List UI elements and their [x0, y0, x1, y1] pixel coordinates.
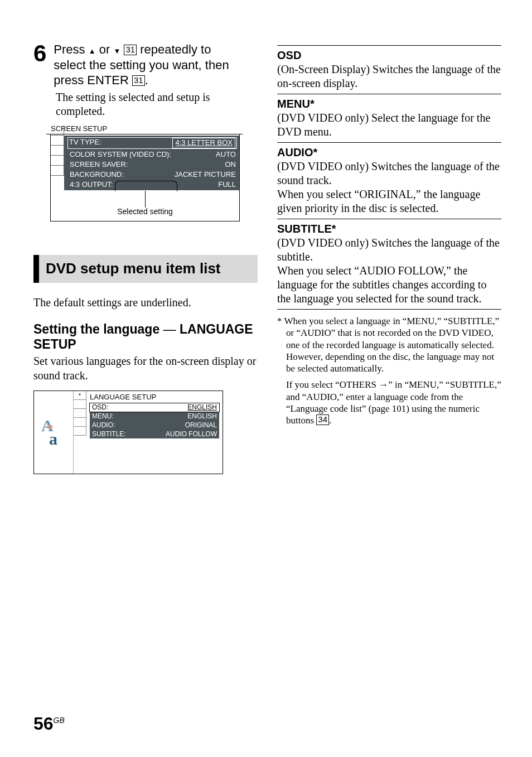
panel2-row: MENU:ENGLISH [90, 412, 219, 421]
desc-menu: (DVD VIDEO only) Select the language for… [277, 111, 501, 139]
panel-row: COLOR SYSTEM (VIDEO CD):AUTO [69, 150, 236, 160]
desc-subtitle: (DVD VIDEO only) Switches the language o… [277, 236, 501, 306]
section-intro: The default settings are underlined. [33, 295, 258, 310]
language-setup-panel: A a * LANGUAGE SETUP OSD:ENGLISH MENU:EN… [33, 390, 223, 474]
subheading-body: Set various languages for the on-screen … [33, 354, 258, 383]
panel-row-selected: TV TYPE:4:3 LETTER BOX [67, 137, 237, 149]
desc-audio: (DVD VIDEO only) Switches the language o… [277, 160, 501, 215]
step-instruction: Press or 31 repeatedly to select the set… [54, 42, 243, 88]
ref-31: 31 [124, 45, 137, 55]
section-heading: DVD setup menu item list [33, 255, 258, 283]
screen-setup-panel: SCREEN SETUP TV TYPE:4:3 LETTER BOX COLO… [50, 125, 240, 221]
page-number: 56GB [33, 712, 65, 736]
panel-caption: Selected setting [51, 206, 239, 216]
step-number: 6 [33, 42, 46, 65]
desc-osd: (On-Screen Display) Switches the languag… [277, 62, 501, 90]
svg-text:a: a [49, 430, 57, 448]
term-menu: MENU* [277, 97, 501, 111]
footnote-1: * When you select a language in “MENU,” … [277, 315, 501, 374]
svg-point-2 [46, 425, 53, 429]
panel2-title: LANGUAGE SETUP [90, 393, 219, 403]
down-arrow-icon [113, 42, 120, 56]
subheading-language-setup: Setting the language — LANGUAGE SETUP [33, 322, 258, 353]
panel2-row-selected: OSD:ENGLISH [89, 403, 220, 413]
panel-title: SCREEN SETUP [46, 124, 243, 135]
up-arrow-icon [89, 42, 96, 56]
panel-row: SCREEN SAVER:ON [69, 160, 236, 170]
panel2-row: AUDIO:ORIGINAL [90, 421, 219, 430]
panel-row: BACKGROUND:JACKET PICTURE [69, 170, 236, 180]
term-audio: AUDIO* [277, 145, 501, 160]
language-icon: A a [34, 391, 73, 474]
ref-31: 31 [132, 75, 145, 86]
footnote-2: If you select “OTHERS ” in “MENU,” “SUBT… [277, 379, 501, 426]
ref-34: 34 [316, 414, 329, 425]
step-body: The setting is selected and setup is com… [56, 90, 258, 118]
panel2-row: SUBTITLE:AUDIO FOLLOW [90, 430, 219, 439]
right-arrow-icon [379, 379, 388, 390]
term-subtitle: SUBTITLE* [277, 221, 501, 236]
step-6: 6 Press or 31 repeatedly to select the s… [33, 42, 258, 118]
term-osd: OSD [277, 48, 501, 62]
